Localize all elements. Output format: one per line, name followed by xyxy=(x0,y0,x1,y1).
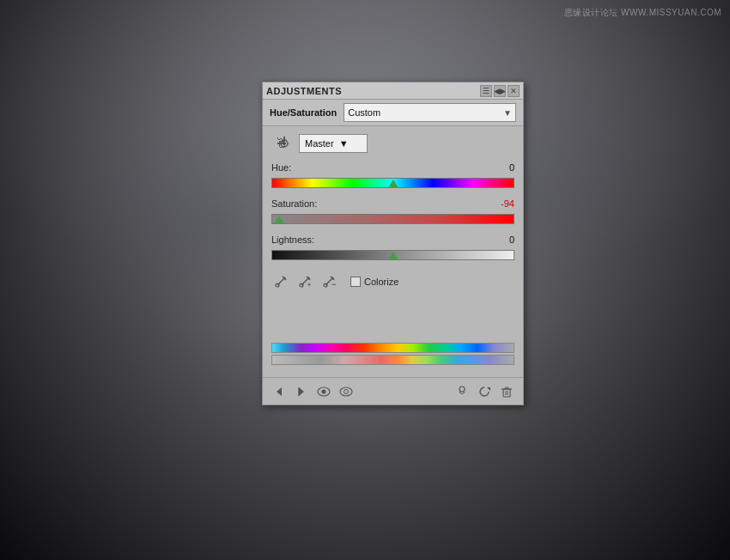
colorize-row: Colorize xyxy=(350,277,398,287)
subtract-sample-icon[interactable]: − xyxy=(319,272,338,291)
result-color-bar xyxy=(271,355,514,365)
watermark: 思缘设计论坛 WWW.MISSYUAN.COM xyxy=(564,7,721,19)
colorize-label: Colorize xyxy=(364,277,398,287)
svg-point-24 xyxy=(459,387,465,392)
hue-value[interactable]: 0 xyxy=(489,162,514,173)
panel-content: 🖱 Master ▼ Hue: 0 Saturation: -94 xyxy=(263,126,523,377)
target-adjustment-icon[interactable]: 🖱 xyxy=(271,133,292,154)
reset-button[interactable] xyxy=(475,382,494,401)
footer-right-controls xyxy=(453,382,516,401)
panel-spacer xyxy=(271,296,514,331)
lightness-value[interactable]: 0 xyxy=(489,234,514,245)
chain-button[interactable] xyxy=(453,382,471,401)
lightness-track[interactable] xyxy=(271,250,514,260)
lightness-thumb[interactable] xyxy=(388,252,398,260)
eye-button[interactable] xyxy=(314,382,333,401)
eye2-button[interactable] xyxy=(337,382,356,401)
saturation-label-row: Saturation: -94 xyxy=(271,198,514,209)
panel-title: ADJUSTMENTS xyxy=(266,86,342,96)
back-button[interactable] xyxy=(270,382,289,401)
lightness-label: Lightness: xyxy=(271,234,314,245)
panel-titlebar: ADJUSTMENTS ☰ ◀▶ ✕ xyxy=(263,82,523,100)
channel-dropdown-arrow: ▼ xyxy=(339,138,349,149)
svg-marker-17 xyxy=(277,387,282,396)
colorize-checkbox[interactable] xyxy=(350,277,361,287)
delete-button[interactable] xyxy=(497,382,516,401)
hue-slider-row: Hue: 0 xyxy=(271,162,514,192)
svg-rect-26 xyxy=(503,389,510,397)
svg-point-23 xyxy=(344,389,349,393)
saturation-slider-row: Saturation: -94 xyxy=(271,198,514,228)
hue-label-row: Hue: 0 xyxy=(271,162,514,173)
hue-track[interactable] xyxy=(271,178,514,188)
panel-collapse-button[interactable]: ◀▶ xyxy=(494,85,506,97)
svg-marker-25 xyxy=(487,387,490,391)
saturation-value[interactable]: -94 xyxy=(489,198,514,209)
channel-dropdown[interactable]: Master ▼ xyxy=(299,134,368,153)
panel-header: Hue/Saturation Custom ▼ xyxy=(263,100,523,126)
svg-text:−: − xyxy=(332,280,336,289)
hue-label: Hue: xyxy=(271,162,291,173)
svg-text:+: + xyxy=(307,282,311,288)
lightness-track-container[interactable] xyxy=(271,247,514,264)
hue-saturation-label: Hue/Saturation xyxy=(270,107,337,118)
svg-rect-28 xyxy=(505,387,508,389)
panel-close-button[interactable]: ✕ xyxy=(508,85,520,97)
svg-marker-18 xyxy=(299,387,304,396)
saturation-track[interactable] xyxy=(271,214,514,224)
channel-dropdown-value: Master xyxy=(305,138,334,149)
source-color-bar xyxy=(271,343,514,353)
saturation-thumb[interactable] xyxy=(274,216,284,224)
forward-button[interactable] xyxy=(292,382,311,401)
lightness-label-row: Lightness: 0 xyxy=(271,234,514,245)
preset-dropdown-value: Custom xyxy=(348,107,380,118)
hue-track-container[interactable] xyxy=(271,174,514,192)
hue-thumb[interactable] xyxy=(388,180,398,188)
titlebar-controls: ☰ ◀▶ ✕ xyxy=(480,85,520,97)
panel-footer xyxy=(263,377,523,405)
color-preview-section xyxy=(271,343,514,365)
add-sample-icon[interactable]: + xyxy=(295,272,314,291)
preset-dropdown[interactable]: Custom ▼ xyxy=(344,103,516,122)
saturation-track-container[interactable] xyxy=(271,210,514,228)
preset-dropdown-arrow: ▼ xyxy=(503,108,512,118)
saturation-label: Saturation: xyxy=(271,198,317,209)
svg-point-21 xyxy=(322,389,326,393)
panel-menu-icon[interactable]: ☰ xyxy=(480,85,492,97)
master-row: 🖱 Master ▼ xyxy=(271,133,514,154)
footer-left-controls xyxy=(270,382,356,401)
sample-tool-icon[interactable] xyxy=(271,272,290,291)
svg-point-22 xyxy=(340,387,352,396)
lightness-slider-row: Lightness: 0 xyxy=(271,234,514,264)
tools-row: + − Colorize xyxy=(271,272,514,291)
adjustments-panel: ADJUSTMENTS ☰ ◀▶ ✕ Hue/Saturation Custom… xyxy=(262,82,524,405)
